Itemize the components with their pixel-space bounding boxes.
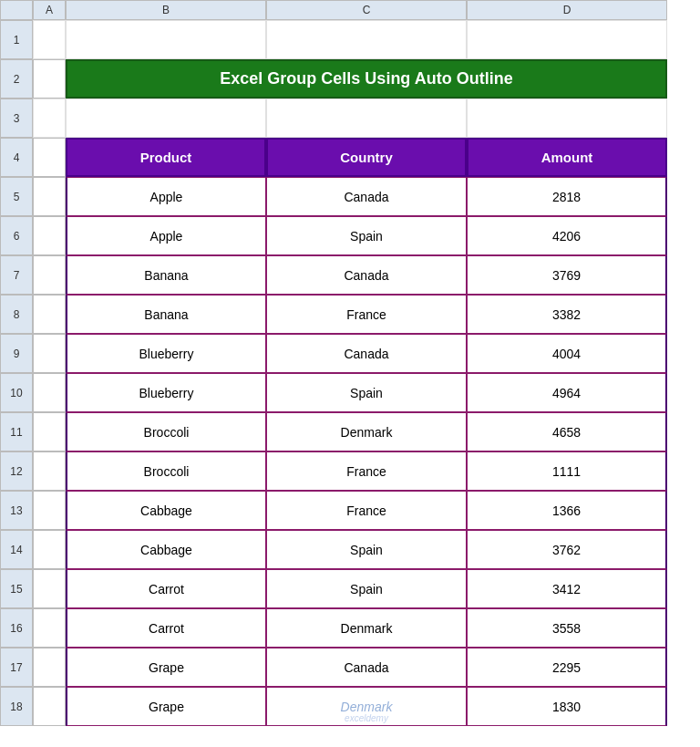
table-row: 7 Banana Canada 3769: [0, 255, 700, 295]
table-row: 15 Carrot Spain 3412: [0, 569, 700, 608]
cell-17a: [33, 648, 66, 687]
row-num-15: 15: [0, 569, 33, 608]
cell-2a: [33, 59, 66, 99]
sheet-area: A B C D 1 2 Excel Group Cells Using Auto…: [0, 0, 700, 726]
cell-country-18-text: Denmark: [341, 700, 393, 714]
table-row: 8 Banana France 3382: [0, 295, 700, 334]
cell-amount-10: 4964: [467, 373, 667, 412]
cell-3a: [33, 99, 66, 138]
cell-amount-18: 1830: [467, 687, 667, 726]
cell-8a: [33, 295, 66, 334]
cell-14a: [33, 530, 66, 569]
row-num-14: 14: [0, 530, 33, 569]
cell-3c: [266, 99, 467, 138]
table-row: 5 Apple Canada 2818: [0, 177, 700, 216]
cell-amount-7: 3769: [467, 255, 667, 295]
cell-product-13: Cabbage: [66, 491, 266, 530]
row-num-10: 10: [0, 373, 33, 412]
cell-amount-6: 4206: [467, 216, 667, 255]
cell-1d: [467, 20, 667, 59]
row-num-2: 2: [0, 59, 33, 99]
cell-product-8: Banana: [66, 295, 266, 334]
row-num-1: 1: [0, 20, 33, 59]
row-num-11: 11: [0, 412, 33, 451]
cell-5a: [33, 177, 66, 216]
col-header-c: C: [266, 0, 467, 20]
table-row: 6 Apple Spain 4206: [0, 216, 700, 255]
row-num-8: 8: [0, 295, 33, 334]
cell-product-7: Banana: [66, 255, 266, 295]
cell-1b: [66, 20, 266, 59]
cell-product-14: Cabbage: [66, 530, 266, 569]
cell-country-13: France: [266, 491, 467, 530]
cell-16a: [33, 608, 66, 648]
cell-12a: [33, 451, 66, 491]
cell-country-5: Canada: [266, 177, 467, 216]
table-row: 17 Grape Canada 2295: [0, 648, 700, 687]
row-num-3: 3: [0, 99, 33, 138]
cell-amount-17: 2295: [467, 648, 667, 687]
cell-product-6: Apple: [66, 216, 266, 255]
cell-4a: [33, 138, 66, 177]
cell-18a: [33, 687, 66, 726]
watermark: exceldemy: [345, 713, 388, 723]
cell-country-12: France: [266, 451, 467, 491]
table-row: 1: [0, 20, 700, 59]
row-num-16: 16: [0, 608, 33, 648]
row-num-17: 17: [0, 648, 33, 687]
cell-product-15: Carrot: [66, 569, 266, 608]
row-num-7: 7: [0, 255, 33, 295]
cell-product-18: Grape: [66, 687, 266, 726]
cell-country-10: Spain: [266, 373, 467, 412]
cell-15a: [33, 569, 66, 608]
cell-product-11: Broccoli: [66, 412, 266, 451]
cell-1a: [33, 20, 66, 59]
cell-10a: [33, 373, 66, 412]
cell-3d: [467, 99, 667, 138]
row-num-4: 4: [0, 138, 33, 177]
row-num-5: 5: [0, 177, 33, 216]
table-row: 9 Blueberry Canada 4004: [0, 334, 700, 373]
table-header-row: 4 Product Country Amount: [0, 138, 700, 177]
table-row: 14 Cabbage Spain 3762: [0, 530, 700, 569]
title-cell: Excel Group Cells Using Auto Outline: [66, 59, 667, 99]
title-row: 2 Excel Group Cells Using Auto Outline: [0, 59, 700, 99]
table-row: 10 Blueberry Spain 4964: [0, 373, 700, 412]
cell-country-14: Spain: [266, 530, 467, 569]
col-header-b: B: [66, 0, 266, 20]
row-num-18: 18: [0, 687, 33, 726]
cell-amount-16: 3558: [467, 608, 667, 648]
table-row: 12 Broccoli France 1111: [0, 451, 700, 491]
cell-product-9: Blueberry: [66, 334, 266, 373]
cell-3b: [66, 99, 266, 138]
header-country: Country: [266, 138, 467, 177]
cell-product-12: Broccoli: [66, 451, 266, 491]
cell-country-11: Denmark: [266, 412, 467, 451]
cell-amount-13: 1366: [467, 491, 667, 530]
header-amount: Amount: [467, 138, 667, 177]
cell-amount-5: 2818: [467, 177, 667, 216]
header-product: Product: [66, 138, 266, 177]
table-row: 3: [0, 99, 700, 138]
spreadsheet: A B C D 1 2 Excel Group Cells Using Auto…: [0, 0, 700, 747]
col-header-a: A: [33, 0, 66, 20]
cell-amount-15: 3412: [467, 569, 667, 608]
row-num-6: 6: [0, 216, 33, 255]
cell-7a: [33, 255, 66, 295]
cell-amount-11: 4658: [467, 412, 667, 451]
table-row: 18 Grape Denmark exceldemy 1830: [0, 687, 700, 726]
cell-product-17: Grape: [66, 648, 266, 687]
cell-product-16: Carrot: [66, 608, 266, 648]
row-num-9: 9: [0, 334, 33, 373]
cell-13a: [33, 491, 66, 530]
corner-cell: [0, 0, 33, 20]
cell-6a: [33, 216, 66, 255]
cell-9a: [33, 334, 66, 373]
row-num-12: 12: [0, 451, 33, 491]
cell-amount-9: 4004: [467, 334, 667, 373]
row-num-13: 13: [0, 491, 33, 530]
table-row: 13 Cabbage France 1366: [0, 491, 700, 530]
cell-country-17: Canada: [266, 648, 467, 687]
cell-product-5: Apple: [66, 177, 266, 216]
cell-country-9: Canada: [266, 334, 467, 373]
